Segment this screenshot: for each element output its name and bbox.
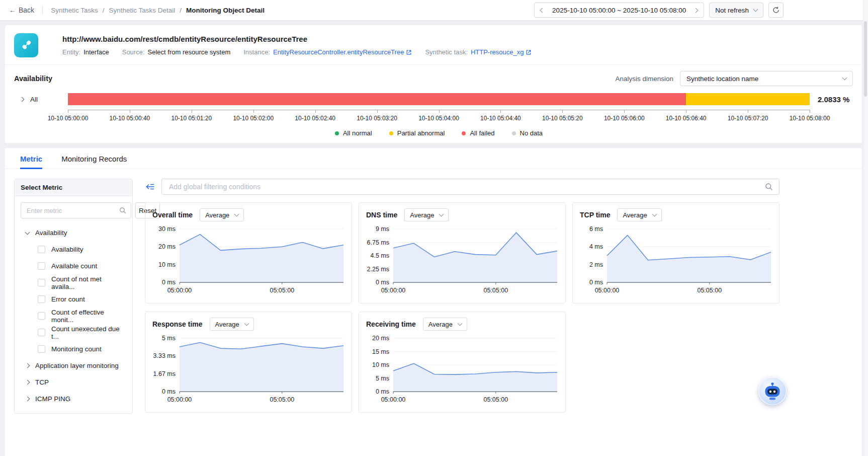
scrollbar[interactable] xyxy=(863,0,868,456)
legend-item-all-failed[interactable]: All failed xyxy=(462,129,494,137)
aggregation-value: Average xyxy=(215,321,239,328)
chevron-left-icon[interactable] xyxy=(540,8,545,13)
metric-item-count-of-not-met-availa[interactable]: Count of not met availa... xyxy=(21,274,126,291)
tree-item-label: Availability xyxy=(51,246,83,253)
checkbox[interactable] xyxy=(38,345,45,353)
svg-text:05:05:00: 05:05:00 xyxy=(270,287,294,294)
aggregation-select[interactable]: Average xyxy=(404,208,449,221)
legend-label: All normal xyxy=(343,129,372,137)
svg-text:05:05:00: 05:05:00 xyxy=(483,396,508,403)
back-button[interactable]: ←Back xyxy=(9,6,34,14)
chart-card-response-time: Response timeAverage0 ms1.67 ms3.33 ms5 … xyxy=(145,312,352,413)
search-icon xyxy=(119,207,126,214)
axis-label: 10-10 05:02:40 xyxy=(295,115,335,122)
svg-text:9 ms: 9 ms xyxy=(376,225,389,233)
time-range-picker[interactable]: 2025-10-10 05:00:00 ~ 2025-10-10 05:08:0… xyxy=(534,3,704,18)
chevron-down-icon xyxy=(458,321,463,326)
tree-item-label: Monitoring count xyxy=(51,345,102,353)
svg-text:2 ms: 2 ms xyxy=(589,261,603,268)
aggregation-select[interactable]: Average xyxy=(617,208,661,221)
legend-label: No data xyxy=(520,129,543,137)
axis-label: 10-10 05:04:40 xyxy=(480,115,521,122)
metric-item-available-count[interactable]: Available count xyxy=(21,258,126,274)
instance-link[interactable]: EntityResourceController.entityResourceT… xyxy=(273,48,412,56)
metric-search-input[interactable] xyxy=(26,206,116,215)
charts-grid: Overall timeAverage0 ms10 ms20 ms30 ms05… xyxy=(145,202,779,413)
svg-text:3.33 ms: 3.33 ms xyxy=(153,352,176,359)
legend-dot xyxy=(462,131,466,135)
assistant-robot-button[interactable] xyxy=(758,377,787,405)
metric-item-count-of-effective-monit[interactable]: Count of effective monit... xyxy=(21,308,126,324)
time-range-value[interactable]: 2025-10-10 05:00:00 ~ 2025-10-10 05:08:0… xyxy=(552,7,686,14)
metric-item-error-count[interactable]: Error count xyxy=(21,291,126,308)
axis-label: 10-10 05:05:20 xyxy=(542,115,583,122)
monitoring-object-card: http://www.baidu.com/rest/cmdb/entityRes… xyxy=(5,25,862,143)
svg-text:30 ms: 30 ms xyxy=(158,225,176,233)
checkbox[interactable] xyxy=(38,295,45,303)
aggregation-select[interactable]: Average xyxy=(210,318,254,331)
checkbox[interactable] xyxy=(38,262,45,270)
axis-tick xyxy=(253,110,254,113)
breadcrumb-item[interactable]: Synthetic Tasks xyxy=(51,7,98,14)
collapse-panel-icon[interactable] xyxy=(145,182,155,192)
tab-monitoring-records[interactable]: Monitoring Records xyxy=(61,148,127,169)
refresh-button[interactable] xyxy=(768,3,784,18)
legend-dot xyxy=(335,131,339,135)
tree-item-label: Count of effective monit... xyxy=(51,309,126,324)
svg-text:5 ms: 5 ms xyxy=(162,335,176,342)
chevron-down-icon xyxy=(25,230,30,235)
metric-group-tcp[interactable]: TCP xyxy=(21,374,126,391)
checkbox[interactable] xyxy=(38,312,45,320)
scrollbar-thumb[interactable] xyxy=(864,21,867,97)
svg-text:6.75 ms: 6.75 ms xyxy=(367,239,389,246)
source-value: Select from resource system xyxy=(148,48,231,56)
availability-segment-all-failed[interactable] xyxy=(68,93,686,105)
analysis-dimension-label: Analysis dimension xyxy=(615,75,673,83)
topbar: ←Back Synthetic Tasks / Synthetic Tasks … xyxy=(0,0,868,21)
object-title: http://www.baidu.com/rest/cmdb/entityRes… xyxy=(62,33,532,43)
search-icon[interactable] xyxy=(765,183,773,191)
refresh-mode-select[interactable]: Not refresh xyxy=(709,3,763,18)
checkbox[interactable] xyxy=(38,279,45,286)
synthetic-task-link[interactable]: HTTP-resouce_xg xyxy=(471,48,532,56)
source-label: Source: xyxy=(122,48,145,56)
metric-group-application-layer-monitoring[interactable]: Application layer monitoring xyxy=(21,357,126,374)
divider xyxy=(5,64,862,65)
axis-label: 10-10 05:07:20 xyxy=(728,115,768,122)
tree-item-label: Error count xyxy=(51,295,85,303)
legend-item-partial-abnormal[interactable]: Partial abnormal xyxy=(389,129,445,137)
metric-item-count-unexecuted-due-t[interactable]: Count unexecuted due t... xyxy=(21,324,126,341)
svg-text:4.5 ms: 4.5 ms xyxy=(370,252,389,259)
analysis-dimension-value: Synthetic location name xyxy=(686,75,758,83)
breadcrumb-item[interactable]: Synthetic Tasks Detail xyxy=(109,7,175,14)
checkbox[interactable] xyxy=(38,246,45,253)
axis-tick xyxy=(810,110,810,113)
aggregation-value: Average xyxy=(410,211,434,219)
svg-text:0 ms: 0 ms xyxy=(376,279,389,286)
availability-legend: All normalPartial abnormalAll failedNo d… xyxy=(68,129,810,137)
metric-item-monitoring-count[interactable]: Monitoring count xyxy=(21,341,126,357)
global-filter-input[interactable] xyxy=(168,182,761,191)
back-label: Back xyxy=(19,6,34,14)
aggregation-select[interactable]: Average xyxy=(200,208,244,221)
legend-item-all-normal[interactable]: All normal xyxy=(335,129,372,137)
breadcrumb-separator: / xyxy=(180,7,182,14)
availability-title: Availability xyxy=(14,74,52,83)
analysis-dimension-select[interactable]: Synthetic location name xyxy=(680,71,853,86)
metric-group-icmp-ping[interactable]: ICMP PING xyxy=(21,391,126,407)
metric-item-availability[interactable]: Availability xyxy=(21,241,126,258)
availability-segment-partial-abnormal[interactable] xyxy=(686,93,810,105)
metric-group-availability[interactable]: Availability xyxy=(21,224,126,241)
chevron-right-icon[interactable] xyxy=(693,8,699,13)
synthetic-task-label: Synthetic task: xyxy=(425,48,468,56)
chart-plot: 0 ms5 ms10 ms15 ms20 ms05:00:0005:05:00 xyxy=(366,332,559,408)
aggregation-select[interactable]: Average xyxy=(423,318,467,331)
checkbox[interactable] xyxy=(38,329,45,336)
tab-bar: Metric Monitoring Records xyxy=(5,148,862,169)
external-link-icon xyxy=(526,49,532,55)
axis-label: 10-10 05:03:20 xyxy=(357,115,397,122)
availability-row-expander[interactable]: All xyxy=(14,96,68,103)
tree-group-label: Availability xyxy=(35,229,67,237)
tab-metric[interactable]: Metric xyxy=(20,148,42,169)
legend-item-no-data[interactable]: No data xyxy=(512,129,543,137)
